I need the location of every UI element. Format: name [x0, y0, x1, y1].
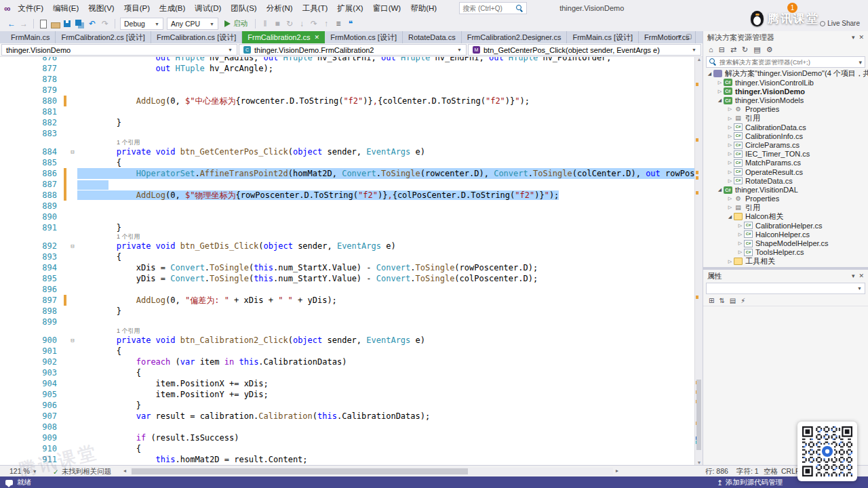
line-number[interactable]: 900	[0, 335, 61, 346]
tree-expand-icon[interactable]: ▷	[726, 169, 734, 175]
tree-collapse-icon[interactable]: ◢	[706, 71, 713, 77]
tree-expand-icon[interactable]: ▷	[726, 125, 734, 130]
code-line[interactable]: xDis = Convert.ToSingle(this.num_StartX.…	[77, 262, 694, 273]
code-line[interactable]: {	[77, 251, 694, 262]
code-line[interactable]	[77, 85, 694, 96]
tree-item[interactable]: ▷▤引用	[703, 114, 868, 123]
line-number[interactable]: 893	[0, 251, 61, 262]
line-number[interactable]: 884	[0, 146, 61, 157]
code-line[interactable]: out HTuple hv_Radius, out HTuple hv_Star…	[77, 57, 694, 63]
editor-tab[interactable]: FrmCalibration.cs [设计]	[151, 31, 242, 43]
feedback-icon[interactable]	[5, 480, 13, 485]
line-number[interactable]: 886	[0, 168, 61, 179]
menu-item[interactable]: 文件(F)	[13, 0, 48, 16]
refresh-icon[interactable]: ↻	[742, 45, 748, 54]
line-number[interactable]: 890	[0, 211, 61, 222]
line-number[interactable]: 877	[0, 63, 61, 74]
tree-item[interactable]: ◢Halcon相关	[703, 212, 868, 221]
tree-item[interactable]: ▷C#CalibrationData.cs	[703, 123, 868, 131]
code-line[interactable]: item.PositionY += yDis;	[77, 389, 694, 400]
tree-item[interactable]: ▷工具相关	[703, 257, 868, 266]
tree-item[interactable]: ▷⚙Properties	[703, 195, 868, 203]
line-number[interactable]: 878	[0, 74, 61, 85]
active-files-list-icon[interactable]: ▾	[678, 33, 682, 40]
close-icon[interactable]: ✕	[859, 34, 864, 41]
tree-expand-icon[interactable]: ▷	[726, 151, 734, 157]
type-dropdown[interactable]: C thinger.VisionDemo.FrmCalibration2 ▼	[239, 44, 467, 56]
code-line[interactable]: out HTuple hv_ArcAngle);	[77, 63, 694, 74]
code-line[interactable]	[77, 74, 694, 85]
menu-item[interactable]: 分析(N)	[262, 0, 298, 16]
object-selector-dropdown[interactable]: ▼	[706, 283, 865, 294]
line-number[interactable]: 908	[0, 422, 61, 432]
code-line[interactable]: private void btn_GetDis_Click(object sen…	[77, 241, 694, 251]
chevron-down-icon[interactable]: ▾	[852, 272, 855, 279]
line-number[interactable]: 887	[0, 179, 61, 190]
code-line[interactable]: {	[77, 367, 694, 378]
tree-item[interactable]: ▷C#CalibrationHelper.cs	[703, 221, 868, 230]
menu-item[interactable]: 工具(T)	[298, 0, 333, 16]
close-icon[interactable]: ✕	[315, 35, 320, 41]
step-out-icon[interactable]: ↑	[320, 19, 332, 28]
tree-expand-icon[interactable]: ▷	[726, 196, 734, 201]
close-icon[interactable]: ✕	[859, 272, 864, 279]
tree-expand-icon[interactable]: ▷	[736, 249, 744, 255]
code-line[interactable]: HOperatorSet.AffineTransPoint2d(homMat2D…	[77, 168, 694, 179]
menu-item[interactable]: 视图(V)	[83, 0, 119, 16]
menu-item[interactable]: 扩展(X)	[332, 0, 368, 16]
solution-search-box[interactable]: ▾	[706, 56, 865, 68]
scroll-left-icon[interactable]: ◂	[123, 468, 126, 474]
comment-icon[interactable]: ❝	[344, 19, 357, 28]
code-line[interactable]: if (result.IsSuccess)	[77, 432, 694, 443]
tree-item[interactable]: ◢C#thinger.VisitionDAL	[703, 185, 868, 194]
code-line[interactable]	[77, 422, 694, 432]
scrollbar-thumb[interactable]	[132, 468, 468, 474]
tree-item[interactable]: ▷C#OperateResult.cs	[703, 167, 868, 176]
code-line[interactable]: }	[77, 222, 694, 233]
tree-item[interactable]: ◢解决方案"thinger.VisionDemo"(4 个项目，共 4 个	[703, 69, 868, 78]
new-file-icon[interactable]	[37, 18, 49, 29]
events-icon[interactable]: ⚡	[741, 297, 745, 304]
tree-item[interactable]: ▷C#thinger.VisionDemo	[703, 87, 868, 96]
tree-expand-icon[interactable]: ▷	[736, 232, 744, 237]
properties-view-icon[interactable]: ▤	[730, 297, 736, 304]
add-to-source-control-button[interactable]: ↥ 添加到源代码管理	[717, 478, 783, 487]
code-line[interactable]: AddLog(0, "偏差为: " + xDis + " " + yDis);	[77, 295, 694, 306]
tree-expand-icon[interactable]: ▷	[716, 89, 724, 94]
member-dropdown[interactable]: M btn_GetCenterPos_Click(object sender, …	[468, 44, 701, 56]
line-number[interactable]: 904	[0, 378, 61, 389]
tree-item[interactable]: ▷C#CircleParams.cs	[703, 141, 868, 150]
platform-dropdown[interactable]: Any CPU▼	[167, 18, 218, 30]
line-number[interactable]: 894	[0, 262, 61, 273]
tree-item[interactable]: ▷C#HalconHelper.cs	[703, 230, 868, 239]
line-number[interactable]: 885	[0, 157, 61, 168]
pause-icon[interactable]: ‖	[259, 19, 271, 28]
tree-collapse-icon[interactable]: ◢	[716, 98, 724, 103]
code-line[interactable]: {	[77, 157, 694, 168]
menu-item[interactable]: 生成(B)	[155, 0, 190, 16]
tree-item[interactable]: ▷C#ToolsHelper.cs	[703, 248, 868, 257]
code-line[interactable]	[77, 201, 694, 211]
notification-badge[interactable]: 1	[787, 3, 797, 13]
line-number[interactable]: 905	[0, 389, 61, 400]
chevron-down-icon[interactable]: ▾	[852, 34, 855, 41]
code-line[interactable]	[77, 317, 694, 327]
line-number[interactable]: 891	[0, 222, 61, 233]
start-debug-button[interactable]: 启动	[224, 19, 248, 28]
codelens-references[interactable]: 1 个引用	[0, 139, 694, 146]
code-line[interactable]	[77, 106, 694, 117]
solution-search-input[interactable]	[719, 58, 856, 66]
menu-item[interactable]: 编辑(E)	[48, 0, 83, 16]
menu-item[interactable]: 调试(D)	[190, 0, 226, 16]
fold-marker[interactable]: ⊟	[68, 335, 77, 346]
code-editor[interactable]: 876 out HTuple hv_Radius, out HTuple hv_…	[0, 57, 694, 465]
code-line[interactable]	[77, 284, 694, 295]
tree-collapse-icon[interactable]: ◢	[726, 214, 734, 220]
tree-item[interactable]: ▷⚙Properties	[703, 105, 868, 114]
fold-marker[interactable]: ⊟	[68, 146, 77, 157]
tree-expand-icon[interactable]: ▷	[726, 160, 734, 165]
line-number[interactable]: 911	[0, 454, 61, 465]
tree-expand-icon[interactable]: ▷	[726, 116, 734, 121]
code-line[interactable]: yDis = Convert.ToSingle(this.num_StartY.…	[77, 273, 694, 284]
code-line[interactable]: foreach (var item in this.CalibrationDat…	[77, 357, 694, 367]
